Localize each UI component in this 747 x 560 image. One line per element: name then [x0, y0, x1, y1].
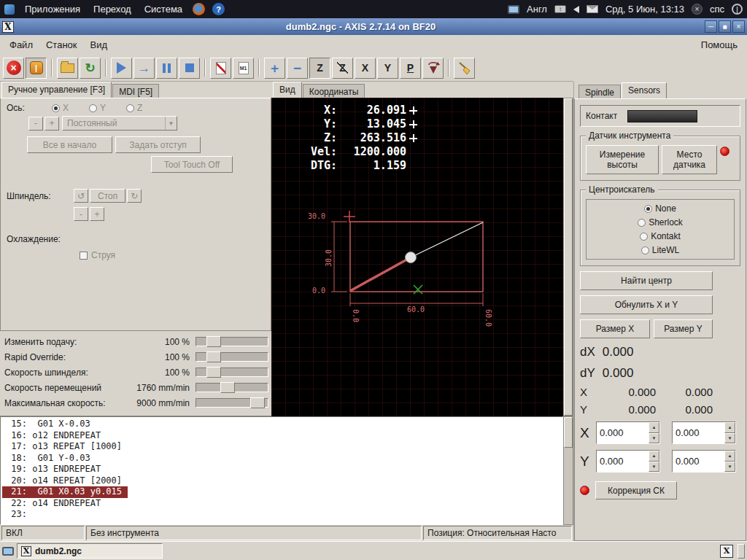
window-titlebar[interactable]: X dumb2.ngc - AXIS 2.7.14 on BF20 ─ ■ ×	[0, 18, 747, 35]
minimize-button[interactable]: ─	[705, 20, 717, 33]
rotate-view-button[interactable]	[422, 58, 444, 79]
spin-up-icon[interactable]: ▲	[724, 451, 735, 462]
gcode-line[interactable]: 18: G01 Y-0.03	[2, 453, 562, 464]
tab-sensors[interactable]: Sensors	[622, 82, 667, 98]
spin-up-icon[interactable]: ▲	[649, 451, 659, 462]
rapid-override-slider[interactable]	[196, 352, 268, 362]
finder-option-litewl[interactable]: LiteWL	[641, 245, 679, 255]
view-front-button[interactable]: Y	[377, 58, 398, 79]
correction-button[interactable]: Коррекция СК	[595, 481, 677, 499]
spin-down-icon[interactable]: ▼	[724, 433, 735, 444]
stop-button[interactable]	[179, 58, 200, 79]
gcode-line[interactable]: 23:	[2, 509, 562, 521]
maximize-button[interactable]: ■	[719, 20, 731, 33]
jog-increment-combo[interactable]: Постоянный▼	[62, 116, 177, 131]
gcode-line[interactable]: 20: o14 REPEAT [2000]	[2, 475, 562, 487]
open-file-button[interactable]	[57, 58, 78, 79]
gcode-listing[interactable]: 15: G01 X-0.03 16: o12 ENDREPEAT 17: o13…	[0, 416, 563, 525]
power-icon[interactable]: |	[732, 4, 743, 15]
radio-sherlock[interactable]	[638, 219, 646, 227]
distro-logo-icon[interactable]	[4, 4, 15, 15]
run-button[interactable]	[111, 58, 132, 79]
menu-view[interactable]: Вид	[84, 36, 115, 53]
spindle-faster-button[interactable]: +	[90, 207, 104, 221]
block-delete-button[interactable]	[210, 58, 231, 79]
gcode-line[interactable]: 17: o13 REPEAT [1000]	[2, 441, 562, 453]
mail-icon[interactable]	[587, 5, 598, 13]
axis-z-radio[interactable]	[126, 104, 134, 112]
jog-plus-button[interactable]: +	[44, 117, 59, 131]
measure-height-button[interactable]: Измерение высоты	[586, 145, 659, 174]
jog-speed-slider[interactable]	[196, 383, 268, 392]
spindle-stop-button[interactable]: Стоп	[90, 189, 125, 203]
find-center-button[interactable]: Найти центр	[580, 271, 713, 290]
feed-override-slider[interactable]	[196, 337, 268, 346]
finder-option-kontakt[interactable]: Kontakt	[640, 231, 681, 241]
finder-option-sherlock[interactable]: Sherlock	[638, 217, 683, 228]
slider-handle[interactable]	[206, 367, 221, 378]
slider-handle[interactable]	[220, 382, 235, 393]
view-top-button[interactable]: Z	[309, 58, 330, 79]
tab-preview[interactable]: Вид	[273, 82, 302, 98]
help-icon[interactable]: ?	[212, 3, 225, 15]
gcode-line[interactable]: 22: o14 ENDREPEAT	[2, 498, 562, 510]
radio-kontakt[interactable]	[640, 233, 648, 241]
clear-plot-button[interactable]	[454, 58, 475, 79]
step-button[interactable]: →	[133, 58, 155, 79]
zoom-out-button[interactable]: −	[287, 58, 308, 79]
spin-up-icon[interactable]: ▲	[649, 422, 659, 433]
x-offset-spinbox-1[interactable]: 0.000 ▲▼	[596, 421, 660, 444]
workspace-icon[interactable]	[2, 547, 14, 556]
gcode-line-active[interactable]: 21: G01 X0.03 y0.015	[2, 486, 128, 498]
tray-close-icon[interactable]: ×	[692, 4, 703, 15]
slider-handle[interactable]	[206, 336, 221, 347]
backplot-canvas[interactable]: 30.0 30.0 0.0 60.0 0.0 60.0	[271, 98, 563, 416]
pause-button[interactable]	[156, 58, 177, 79]
estop-button[interactable]: ×	[3, 58, 24, 79]
places-menu[interactable]: Переход	[90, 4, 134, 15]
view-side-button[interactable]: X	[355, 58, 376, 79]
tool-touch-off-button[interactable]: Tool Touch Off	[151, 156, 233, 173]
scrollbar-thumb[interactable]	[564, 98, 573, 416]
zero-xy-button[interactable]: Обнулить X и Y	[580, 295, 713, 314]
display-settings-icon[interactable]	[508, 5, 519, 14]
axis-x-radio[interactable]	[52, 104, 60, 112]
home-all-button[interactable]: Все в начало	[27, 136, 112, 153]
spin-up-icon[interactable]: ▲	[724, 422, 735, 433]
menu-machine[interactable]: Станок	[39, 36, 84, 53]
spin-down-icon[interactable]: ▼	[649, 433, 659, 444]
y-offset-spinbox-1[interactable]: 0.000 ▲▼	[596, 450, 660, 472]
gcode-scrollbar[interactable]	[563, 416, 573, 525]
spindle-slower-button[interactable]: -	[74, 207, 88, 221]
applications-menu[interactable]: Приложения	[22, 4, 83, 15]
spin-down-icon[interactable]: ▼	[649, 462, 659, 472]
touch-off-button[interactable]: Задать отступ	[115, 136, 201, 153]
gcode-line[interactable]: 15: G01 X-0.03	[2, 419, 562, 430]
jog-minus-button[interactable]: -	[28, 117, 43, 131]
sensor-place-button[interactable]: Место датчика	[662, 145, 717, 174]
volume-icon[interactable]	[573, 6, 579, 13]
spin-down-icon[interactable]: ▼	[724, 462, 735, 472]
tab-manual-control[interactable]: Ручное управление [F3]	[1, 82, 112, 98]
zoom-in-button[interactable]: +	[264, 58, 285, 79]
radio-none[interactable]	[644, 205, 652, 213]
size-x-button[interactable]: Размер X	[580, 319, 650, 338]
slider-handle[interactable]	[250, 397, 265, 408]
finder-option-none[interactable]: None	[644, 203, 676, 214]
size-y-button[interactable]: Размер Y	[654, 319, 713, 338]
slider-handle[interactable]	[206, 351, 221, 362]
spindle-cw-button[interactable]: ↻	[127, 189, 142, 203]
show-desktop-button[interactable]	[738, 544, 745, 559]
machine-power-button[interactable]: |	[26, 58, 47, 79]
close-button[interactable]: ×	[732, 20, 745, 33]
menu-file[interactable]: Файл	[3, 36, 39, 53]
gcode-line[interactable]: 19: o13 ENDREPEAT	[2, 464, 562, 475]
firefox-icon[interactable]	[193, 3, 205, 15]
gcode-line[interactable]: 16: o12 ENDREPEAT	[2, 430, 562, 442]
reload-button[interactable]: ↻	[80, 58, 101, 79]
scrollbar-thumb[interactable]	[564, 417, 573, 448]
tab-mdi[interactable]: MDI [F5]	[112, 84, 159, 98]
mist-checkbox[interactable]	[80, 252, 88, 260]
keyboard-layout-icon[interactable]: ↕	[554, 5, 566, 13]
preview-scrollbar[interactable]	[563, 98, 573, 416]
